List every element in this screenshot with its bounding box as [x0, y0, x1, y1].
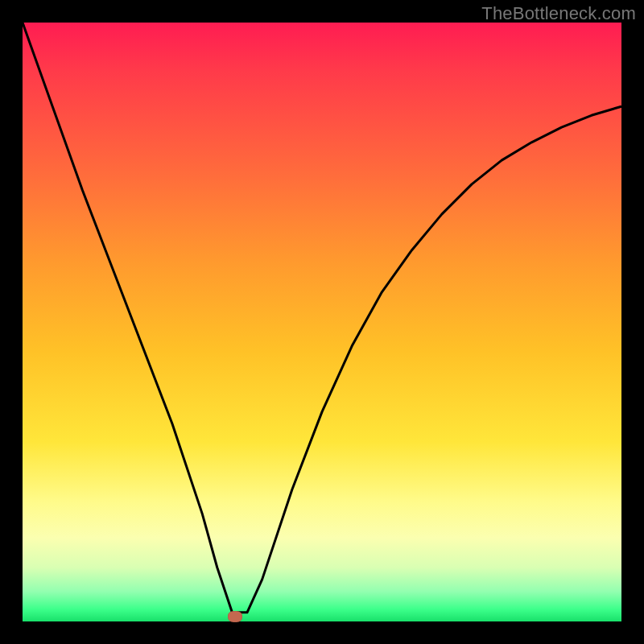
- optimal-marker: [228, 611, 242, 622]
- watermark-text: TheBottleneck.com: [481, 3, 636, 24]
- bottleneck-curve-path: [23, 23, 621, 613]
- chart-frame: TheBottleneck.com: [0, 0, 644, 644]
- curve-svg: [23, 23, 621, 621]
- plot-area: [23, 23, 621, 621]
